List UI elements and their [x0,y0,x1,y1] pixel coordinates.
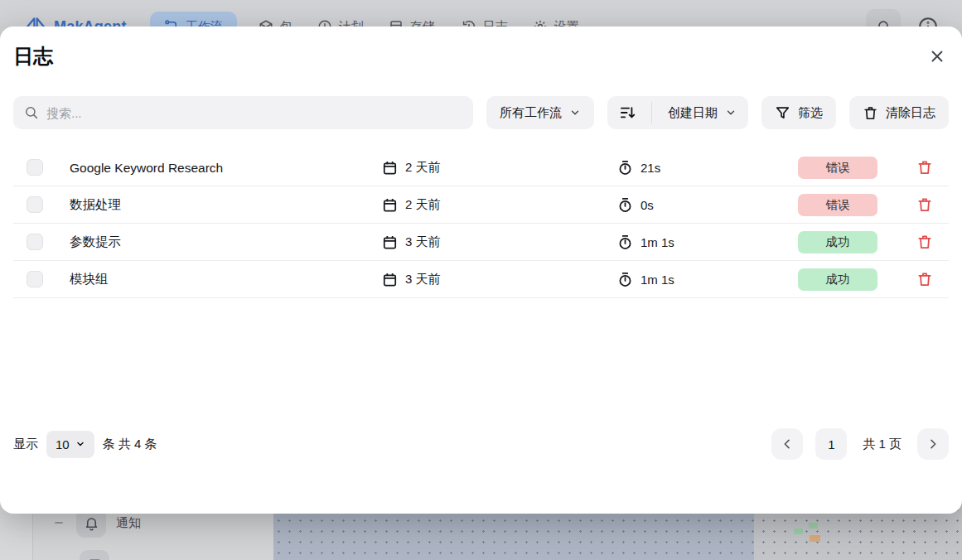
funnel-icon [775,105,790,121]
trash-icon [863,105,878,121]
log-name: Google Keyword Research [70,149,223,186]
close-button[interactable] [928,47,946,65]
workflow-filter-dropdown[interactable]: 所有工作流 [486,96,594,129]
page-size-select[interactable]: 10 [46,431,94,458]
log-date: 3 天前 [405,234,441,250]
status-badge: 错误 [798,157,877,179]
delete-log-button[interactable] [916,271,933,287]
search-box[interactable] [13,96,473,129]
sort-field-label: 创建日期 [668,105,718,121]
log-name: 参数提示 [70,224,121,261]
stopwatch-icon [617,160,633,176]
log-date: 3 天前 [405,272,441,287]
chevron-right-icon [926,437,940,451]
stopwatch-icon [617,272,633,287]
logs-modal: 日志 所有工作流 [0,27,962,514]
total-pages-label: 共 1 页 [863,437,902,452]
count-label: 条 共 4 条 [103,437,157,452]
chevron-down-icon [725,107,737,118]
row-checkbox[interactable] [27,271,43,287]
chevron-down-icon [75,439,85,449]
table-row[interactable]: 模块组 3 天前 1m 1s 成功 [13,261,949,298]
stopwatch-icon [617,197,633,213]
calendar-icon [382,160,398,176]
log-name: 模块组 [70,261,109,298]
next-page-button[interactable] [917,428,949,460]
clear-logs-button[interactable]: 清除日志 [849,96,949,129]
show-label: 显示 [13,437,38,452]
search-icon [24,105,39,120]
calendar-icon [382,234,398,250]
delete-log-button[interactable] [916,196,933,213]
close-icon [928,47,946,65]
delete-log-button[interactable] [916,234,933,250]
row-checkbox[interactable] [27,196,43,213]
log-name: 数据处理 [70,186,121,224]
trash-icon [916,159,933,176]
table-row[interactable]: Google Keyword Research 2 天前 21s 错误 [13,149,949,186]
filter-toolbar: 所有工作流 创建日期 [13,96,949,129]
page-size-value: 10 [56,437,70,451]
chevron-down-icon [569,107,581,118]
log-date: 2 天前 [405,160,441,176]
log-duration: 21s [641,161,660,175]
trash-icon [916,271,933,287]
current-page[interactable]: 1 [815,428,847,460]
filter-button-label: 筛选 [798,105,823,121]
canvas-node-green [794,529,803,534]
status-badge: 成功 [798,268,877,291]
pagination: 1 共 1 页 [771,428,949,460]
log-date: 2 天前 [405,197,441,213]
row-checkbox[interactable] [27,159,43,176]
status-badge: 成功 [798,231,877,253]
status-badge: 错误 [798,194,877,216]
table-row[interactable]: 参数提示 3 天前 1m 1s 成功 [13,224,949,261]
sidebar-item-icon-partial [80,550,109,560]
divider [651,102,652,123]
canvas-node-orange [810,535,820,542]
table-footer: 显示 10 条 共 4 条 1 共 1 页 [13,427,949,461]
logs-table: Google Keyword Research 2 天前 21s 错误 [13,149,949,298]
trash-icon [916,196,933,213]
delete-log-button[interactable] [916,159,933,176]
sort-dropdown[interactable]: 创建日期 [607,96,748,129]
canvas-node-green [809,523,818,529]
row-checkbox[interactable] [27,234,43,250]
calendar-icon [382,197,398,213]
trash-icon [916,234,933,250]
prev-page-button[interactable] [771,428,803,460]
search-input[interactable] [46,106,462,120]
workflow-filter-label: 所有工作流 [500,105,562,121]
log-duration: 1m 1s [641,235,674,249]
log-duration: 1m 1s [641,273,674,287]
filter-button[interactable]: 筛选 [761,96,836,129]
sidebar-item-label: 通知 [116,515,141,531]
stopwatch-icon [617,234,633,250]
table-row[interactable]: 数据处理 2 天前 0s 错误 [13,186,949,224]
log-duration: 0s [641,198,654,212]
sort-icon [619,104,636,121]
chevron-left-icon [781,437,794,451]
calendar-icon [382,272,398,287]
modal-title: 日志 [13,43,53,70]
collapse-minus-icon [53,517,65,529]
clear-logs-label: 清除日志 [886,105,935,121]
